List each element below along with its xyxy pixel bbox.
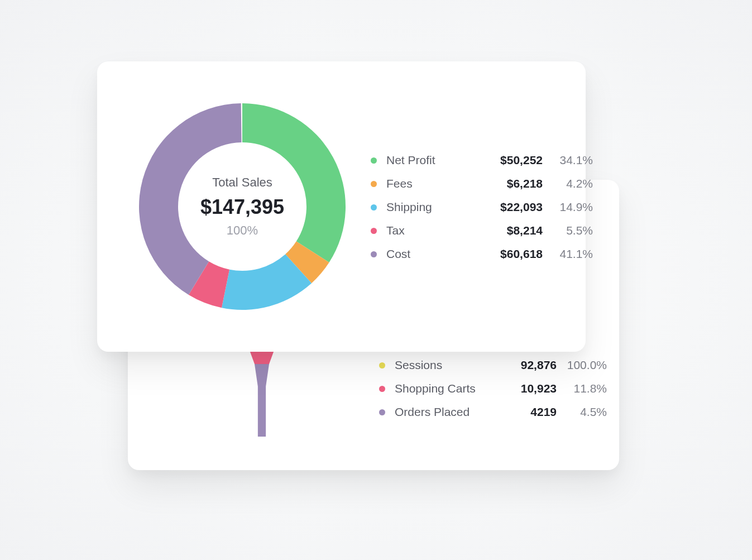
legend-label: Tax bbox=[386, 224, 476, 237]
legend-pct: 5.5% bbox=[548, 224, 593, 237]
legend-value: 4219 bbox=[506, 405, 557, 419]
legend-pct: 11.8% bbox=[562, 382, 607, 395]
donut-chart: Total Sales $147,395 100% bbox=[131, 95, 354, 318]
legend-dot-icon bbox=[371, 228, 377, 234]
legend-row: Net Profit$50,25234.1% bbox=[371, 154, 593, 167]
legend-dot-icon bbox=[379, 386, 385, 392]
legend-label: Shipping bbox=[386, 200, 476, 214]
legend-pct: 41.1% bbox=[548, 247, 593, 261]
legend-pct: 100.0% bbox=[562, 358, 607, 372]
donut-center: Total Sales $147,395 100% bbox=[181, 175, 304, 238]
sales-donut-card: Total Sales $147,395 100% Net Profit$50,… bbox=[97, 61, 586, 352]
donut-center-label: Total Sales bbox=[181, 175, 304, 190]
legend-label: Fees bbox=[386, 177, 476, 190]
legend-row: Shopping Carts10,92311.8% bbox=[379, 382, 607, 395]
legend-value: $6,218 bbox=[481, 177, 543, 190]
donut-center-value: $147,395 bbox=[181, 195, 304, 219]
legend-value: $60,618 bbox=[481, 247, 543, 261]
legend-label: Net Profit bbox=[386, 154, 476, 167]
funnel-segment bbox=[255, 364, 269, 386]
legend-dot-icon bbox=[371, 157, 377, 164]
legend-label: Cost bbox=[386, 247, 476, 261]
legend-label: Shopping Carts bbox=[395, 382, 501, 395]
donut-legend: Net Profit$50,25234.1%Fees$6,2184.2%Ship… bbox=[354, 142, 593, 271]
legend-dot-icon bbox=[379, 362, 385, 368]
legend-pct: 34.1% bbox=[548, 154, 593, 167]
legend-label: Sessions bbox=[395, 358, 501, 372]
legend-dot-icon bbox=[371, 251, 377, 257]
legend-value: 10,923 bbox=[506, 382, 557, 395]
legend-value: 92,876 bbox=[506, 358, 557, 372]
legend-pct: 4.5% bbox=[562, 405, 607, 419]
legend-row: Sessions92,876100.0% bbox=[379, 358, 607, 372]
legend-row: Orders Placed42194.5% bbox=[379, 405, 607, 419]
legend-value: $8,214 bbox=[481, 224, 543, 237]
legend-row: Fees$6,2184.2% bbox=[371, 177, 593, 190]
legend-dot-icon bbox=[371, 204, 377, 210]
legend-dot-icon bbox=[379, 409, 385, 415]
legend-value: $50,252 bbox=[481, 154, 543, 167]
legend-row: Shipping$22,09314.9% bbox=[371, 200, 593, 214]
legend-label: Orders Placed bbox=[395, 405, 501, 419]
legend-pct: 14.9% bbox=[548, 200, 593, 214]
legend-value: $22,093 bbox=[481, 200, 543, 214]
legend-row: Tax$8,2145.5% bbox=[371, 224, 593, 237]
legend-row: Cost$60,61841.1% bbox=[371, 247, 593, 261]
funnel-stem bbox=[258, 386, 266, 437]
donut-center-pct: 100% bbox=[181, 223, 304, 238]
legend-dot-icon bbox=[371, 181, 377, 187]
legend-pct: 4.2% bbox=[548, 177, 593, 190]
